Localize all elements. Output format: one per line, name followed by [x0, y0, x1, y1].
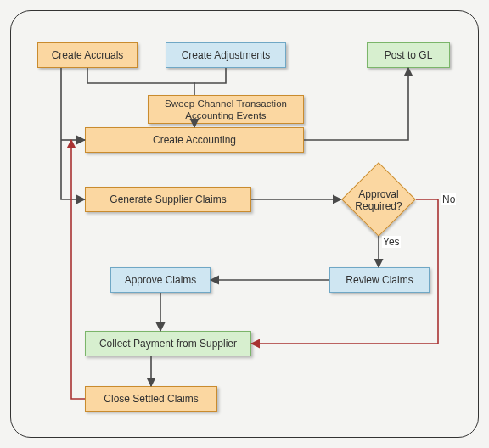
node-post-to-gl: Post to GL	[367, 42, 450, 68]
flowchart-canvas: Create Accruals Create Adjustments Post …	[0, 0, 489, 448]
node-close-settled-claims: Close Settled Claims	[85, 386, 217, 412]
node-generate-supplier-claims: Generate Supplier Claims	[85, 187, 251, 212]
node-create-accounting: Create Accounting	[85, 127, 304, 153]
diagram-frame	[10, 10, 479, 438]
node-review-claims: Review Claims	[329, 267, 430, 293]
edge-label-yes: Yes	[382, 236, 401, 248]
edge-label-no: No	[441, 193, 456, 205]
node-sweep-events: Sweep Channel Transaction Accounting Eve…	[148, 95, 304, 124]
node-collect-payment: Collect Payment from Supplier	[85, 331, 251, 356]
node-create-adjustments: Create Adjustments	[166, 42, 286, 68]
node-create-accruals: Create Accruals	[37, 42, 138, 68]
node-approve-claims: Approve Claims	[110, 267, 211, 293]
